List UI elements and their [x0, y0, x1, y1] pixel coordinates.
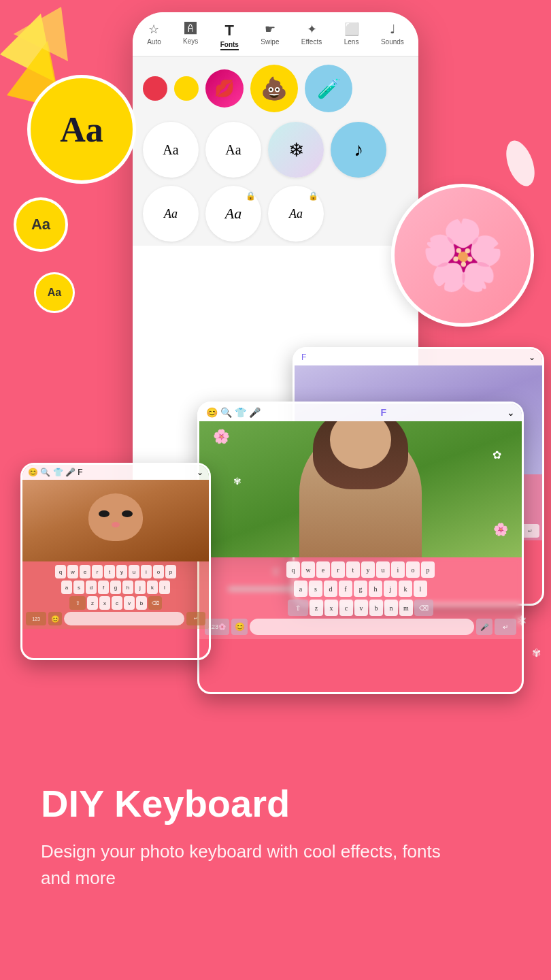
font-item-music[interactable]: ♪	[331, 122, 386, 178]
color-yellow[interactable]	[174, 76, 199, 101]
auto-icon: ☆	[148, 22, 159, 37]
emoji-potion[interactable]: 🧪	[305, 65, 352, 112]
deco-leaf-right	[500, 136, 541, 191]
color-red[interactable]	[143, 76, 167, 101]
visual-area: ☆ Auto 🅰 Keys T Fonts ☛ Swipe ✦ Effec	[0, 0, 551, 749]
flower-circle: 🌸	[391, 184, 534, 327]
font-item-normal[interactable]: Aa	[143, 122, 199, 178]
tab-swipe[interactable]: ☛ Swipe	[256, 20, 283, 52]
tab-fonts[interactable]: T Fonts	[216, 20, 243, 52]
keyboard-cat: 😊 🔍 👕 🎤 F ⌄ q w e r t y u	[20, 463, 211, 660]
font-row-2: Aa Aa 🔒 Aa 🔒	[133, 182, 418, 246]
deco-snowflake-4: ✾	[532, 647, 541, 659]
keyboard-girl: 😊 🔍 👕 🎤 F ⌄ 🌸 ✿ ✾ 🌸 q w e r t	[197, 402, 524, 694]
color-options-row: 💋 💩 🧪	[133, 56, 418, 118]
float-aa-medium: Aa	[14, 197, 68, 252]
float-aa-large: Aa	[27, 75, 136, 184]
nav-bar: ☆ Auto 🅰 Keys T Fonts ☛ Swipe ✦ Effec	[133, 12, 418, 52]
font-row-1: Aa Aa ❄ ♪	[133, 118, 418, 182]
tab-lens[interactable]: ⬜ Lens	[340, 20, 363, 52]
diy-subtitle: Design your photo keyboard with cool eff…	[41, 838, 449, 892]
font-item-cursive[interactable]: Aa	[205, 122, 261, 178]
emoji-poop[interactable]: 💩	[250, 65, 298, 112]
svg-point-3	[501, 137, 540, 190]
font-item-italic[interactable]: Aa	[143, 186, 199, 242]
swipe-icon: ☛	[265, 22, 276, 37]
color-lips[interactable]: 💋	[205, 69, 244, 108]
tab-keys[interactable]: 🅰 Keys	[179, 20, 202, 52]
tab-auto[interactable]: ☆ Auto	[143, 20, 165, 52]
fonts-icon: T	[225, 22, 234, 39]
keys-icon: 🅰	[184, 22, 197, 36]
float-aa-small: Aa	[34, 272, 75, 313]
lens-icon: ⬜	[344, 22, 359, 37]
tab-effects[interactable]: ✦ Effects	[297, 20, 326, 52]
bottom-section: DIY Keyboard Design your photo keyboard …	[0, 749, 551, 980]
diy-title: DIY Keyboard	[41, 783, 510, 825]
tab-sounds[interactable]: ♩ Sounds	[377, 20, 408, 52]
font-item-snow[interactable]: ❄	[268, 122, 324, 178]
effects-icon: ✦	[307, 22, 317, 37]
font-item-script[interactable]: Aa 🔒	[205, 186, 261, 242]
sounds-icon: ♩	[390, 22, 395, 37]
font-item-fancy[interactable]: Aa 🔒	[268, 186, 324, 242]
